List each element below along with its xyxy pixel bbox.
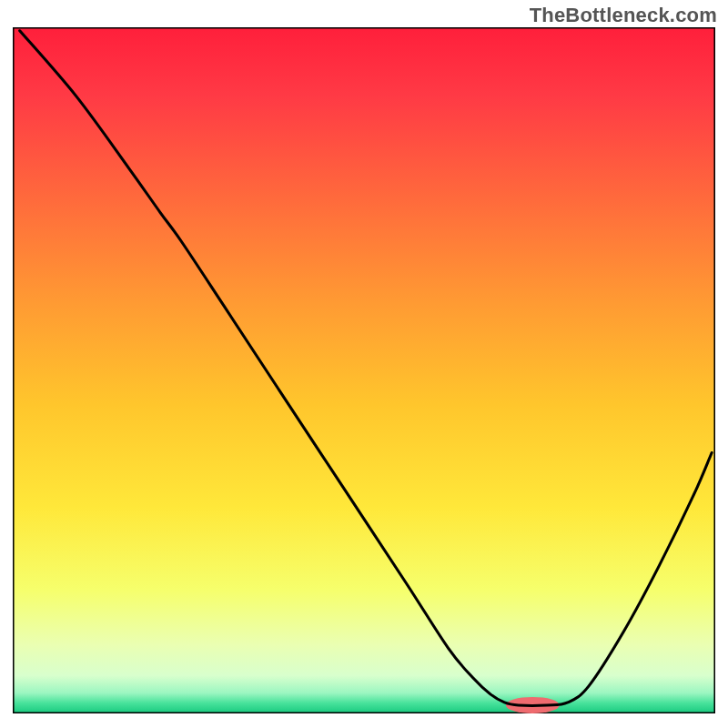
watermark-text: TheBottleneck.com	[530, 4, 717, 27]
bottleneck-chart	[13, 27, 715, 713]
chart-background	[13, 27, 715, 713]
chart-stage: TheBottleneck.com	[0, 0, 728, 728]
